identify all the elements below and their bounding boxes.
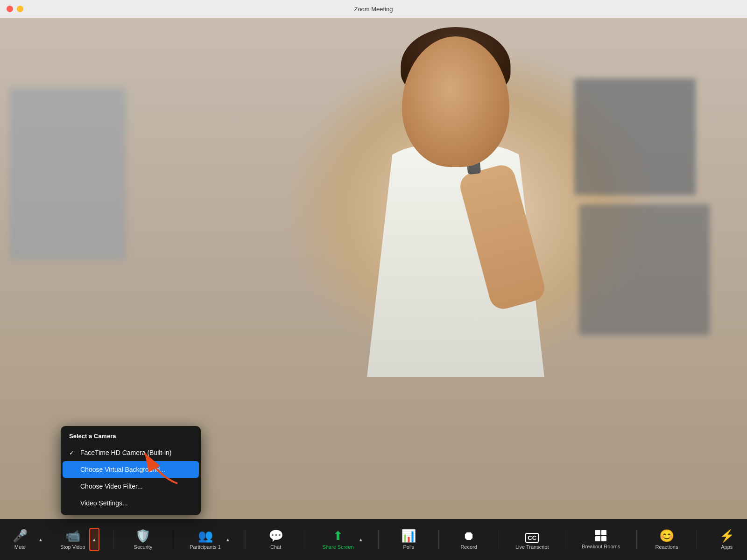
breakout-rooms-icon — [595, 530, 606, 541]
grid-icon — [595, 530, 606, 541]
video-icon: 📹 — [65, 530, 80, 542]
apps-icon: ⚡ — [719, 530, 734, 542]
grid-cell-3 — [595, 536, 600, 541]
camera-menu-item-video-settings[interactable]: Video Settings... — [61, 495, 201, 511]
close-button[interactable] — [7, 6, 13, 12]
record-label: Record — [460, 544, 477, 550]
mute-group: 🎤 Mute ▲ — [4, 528, 45, 551]
chat-icon: 💬 — [268, 530, 283, 542]
divider-4 — [306, 530, 306, 549]
security-button[interactable]: 🛡️ Security — [127, 519, 159, 560]
divider-7 — [499, 530, 499, 549]
cc-badge: CC — [525, 533, 539, 543]
wall-panel-right-bottom — [579, 204, 710, 335]
share-screen-icon: ⬆ — [333, 530, 343, 542]
breakout-rooms-label: Breakout Rooms — [582, 544, 620, 549]
chat-button[interactable]: 💬 Chat — [260, 519, 292, 560]
camera-menu-item-facetime[interactable]: ✓ FaceTime HD Camera (Built-in) — [61, 444, 201, 461]
toolbar: 🎤 Mute ▲ 📹 Stop Video ▲ 🛡️ Security 👥 Pa… — [0, 519, 747, 560]
stop-video-label: Stop Video — [60, 544, 85, 550]
window-controls — [7, 6, 23, 12]
apps-label: Apps — [721, 544, 733, 550]
reactions-label: Reactions — [655, 544, 678, 550]
mute-chevron[interactable]: ▲ — [36, 528, 45, 551]
share-screen-chevron[interactable]: ▲ — [357, 528, 365, 551]
divider-8 — [565, 530, 565, 549]
stop-video-group: 📹 Stop Video ▲ — [56, 528, 99, 551]
wall-panel-right-top — [574, 78, 696, 195]
apps-button[interactable]: ⚡ Apps — [711, 519, 743, 560]
chevron-up-icon-share: ▲ — [359, 537, 363, 542]
check-icon: ✓ — [69, 449, 77, 456]
reactions-icon: 😊 — [659, 530, 674, 542]
polls-label: Polls — [403, 544, 414, 550]
chevron-up-icon: ▲ — [38, 537, 43, 542]
wall-panel-left — [9, 88, 126, 260]
participants-button[interactable]: 👥 Participants 1 — [187, 530, 224, 550]
record-button[interactable]: ⏺ Record — [452, 519, 485, 560]
security-label: Security — [134, 544, 153, 550]
grid-cell-2 — [601, 530, 606, 535]
camera-menu-title: Select a Camera — [61, 433, 201, 444]
divider-1 — [113, 530, 113, 549]
divider-3 — [246, 530, 246, 549]
breakout-rooms-button[interactable]: Breakout Rooms — [579, 519, 623, 560]
person-video — [353, 36, 558, 419]
divider-5 — [378, 530, 379, 549]
polls-button[interactable]: 📊 Polls — [392, 519, 425, 560]
participants-icon: 👥 — [198, 530, 213, 542]
share-screen-label: Share Screen — [322, 544, 353, 550]
camera-menu-item-virtual-bg[interactable]: Choose Virtual Background... — [63, 461, 199, 478]
camera-menu: Select a Camera ✓ FaceTime HD Camera (Bu… — [61, 426, 201, 515]
chat-label: Chat — [270, 544, 281, 550]
stop-video-button[interactable]: 📹 Stop Video — [56, 530, 89, 550]
divider-10 — [697, 530, 697, 549]
security-icon: 🛡️ — [135, 530, 150, 542]
participants-label: Participants 1 — [190, 544, 221, 550]
window-title: Zoom Meeting — [354, 6, 393, 13]
record-icon: ⏺ — [463, 530, 475, 542]
divider-9 — [636, 530, 637, 549]
microphone-icon: 🎤 — [13, 530, 28, 542]
participants-group: 👥 Participants 1 ▲ — [187, 528, 232, 551]
minimize-button[interactable] — [17, 6, 23, 12]
participants-chevron[interactable]: ▲ — [224, 528, 232, 551]
live-transcript-label: Live Transcript — [515, 544, 549, 550]
chevron-up-icon-video: ▲ — [92, 537, 97, 542]
live-transcript-button[interactable]: CC Live Transcript — [513, 519, 552, 560]
chevron-up-icon-participants: ▲ — [226, 537, 230, 542]
grid-cell-1 — [595, 530, 600, 535]
grid-cell-4 — [601, 536, 606, 541]
divider-6 — [438, 530, 439, 549]
title-bar: Zoom Meeting — [0, 0, 747, 18]
video-chevron-highlighted[interactable]: ▲ — [89, 528, 99, 551]
mute-button[interactable]: 🎤 Mute — [4, 530, 36, 550]
divider-2 — [173, 530, 173, 549]
live-transcript-icon: CC — [525, 530, 539, 542]
mute-label: Mute — [14, 544, 26, 550]
polls-icon: 📊 — [401, 530, 416, 542]
camera-menu-item-video-filter[interactable]: Choose Video Filter... — [61, 478, 201, 495]
reactions-button[interactable]: 😊 Reactions — [650, 519, 683, 560]
share-screen-group: ⬆ Share Screen ▲ — [319, 528, 365, 551]
share-screen-button[interactable]: ⬆ Share Screen — [319, 530, 356, 550]
